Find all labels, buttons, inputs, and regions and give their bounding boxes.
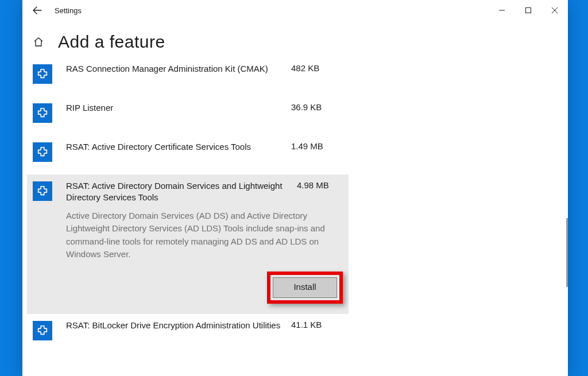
feature-size: 1.49 MB — [291, 141, 337, 169]
page-title: Add a feature — [58, 32, 165, 52]
puzzle-icon — [36, 185, 49, 197]
feature-item[interactable]: RSAT: BitLocker Drive Encryption Adminis… — [33, 314, 343, 346]
scrollbar-thumb[interactable] — [566, 218, 568, 287]
feature-icon-box — [33, 103, 52, 123]
feature-icon-box — [33, 321, 52, 340]
window-title: Settings — [55, 6, 82, 15]
home-icon — [33, 37, 44, 47]
arrow-left-icon — [33, 6, 42, 15]
feature-item[interactable]: RSAT: Active Directory Certificate Servi… — [33, 135, 343, 175]
feature-name: RSAT: BitLocker Drive Encryption Adminis… — [66, 320, 283, 331]
feature-item[interactable]: RIP Listener 36.9 KB — [33, 96, 343, 135]
annotation-highlight: Install — [267, 272, 343, 304]
puzzle-icon — [36, 107, 49, 119]
feature-item[interactable]: RAS Connection Manager Administration Ki… — [33, 57, 343, 96]
feature-icon-box — [33, 64, 52, 84]
window-controls — [489, 0, 568, 21]
puzzle-icon — [36, 324, 49, 337]
feature-name: RIP Listener — [66, 102, 283, 130]
maximize-icon — [525, 7, 532, 14]
feature-icon-box — [33, 142, 52, 162]
feature-size: 41.1 KB — [291, 320, 337, 330]
feature-name: RSAT: Active Directory Certificate Servi… — [66, 141, 283, 169]
settings-window: Settings Add a feature — [22, 0, 568, 376]
maximize-button[interactable] — [515, 0, 541, 21]
feature-icon-box — [33, 181, 52, 201]
feature-actions: Install — [33, 261, 343, 308]
svg-rect-1 — [526, 8, 531, 13]
feature-item-selected[interactable]: RSAT: Active Directory Domain Services a… — [27, 175, 349, 314]
puzzle-icon — [36, 68, 49, 80]
minimize-icon — [498, 7, 505, 14]
feature-size: 36.9 KB — [291, 102, 337, 130]
feature-name: RSAT: Active Directory Domain Services a… — [66, 180, 289, 204]
back-button[interactable] — [33, 6, 42, 15]
close-button[interactable] — [541, 0, 568, 21]
install-button[interactable]: Install — [273, 277, 337, 298]
feature-size: 4.98 MB — [297, 180, 343, 190]
feature-size: 482 KB — [291, 63, 337, 91]
title-bar: Settings — [22, 0, 568, 21]
close-icon — [551, 7, 558, 14]
puzzle-icon — [36, 146, 49, 158]
feature-name: RAS Connection Manager Administration Ki… — [66, 63, 283, 91]
content-area: Add a feature RAS Connection Manager Adm… — [22, 21, 568, 346]
feature-list: RAS Connection Manager Administration Ki… — [33, 57, 343, 346]
home-button[interactable] — [33, 36, 44, 48]
minimize-button[interactable] — [489, 0, 515, 21]
feature-description: Active Directory Domain Services (AD DS)… — [66, 210, 343, 261]
page-header: Add a feature — [33, 32, 568, 52]
